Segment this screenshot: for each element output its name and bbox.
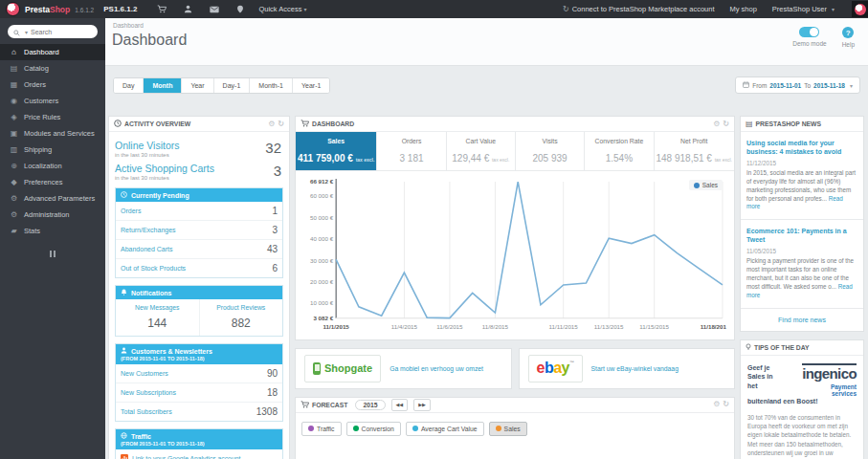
metric-subtitle: in the last 30 minutes [115, 152, 283, 158]
demo-mode-toggle[interactable] [799, 27, 819, 37]
shopgate-banner-link[interactable]: Ga mobiel en verhoog uw omzet [389, 365, 483, 372]
series-label: Sales [504, 426, 521, 432]
refresh-icon[interactable]: ↻ [723, 120, 729, 128]
sidebar-item-catalog[interactable]: ▤Catalog [0, 60, 105, 76]
sidebar-item-shipping[interactable]: ▥Shipping [0, 142, 105, 158]
sidebar-item-preferences[interactable]: ◆Preferences [0, 174, 105, 190]
period-button-day[interactable]: Day [114, 78, 144, 93]
read-more-link[interactable]: Read more [746, 283, 853, 298]
kpi-tab-visits[interactable]: Visits205 939 [516, 132, 585, 170]
demo-mode-control: Demo mode [792, 27, 826, 48]
cart-icon[interactable] [157, 5, 167, 13]
quick-access-menu[interactable]: Quick Access▾ [258, 5, 306, 13]
notification-label: New Messages [118, 304, 197, 311]
tips-text: 30 tot 70% van de consumenten in Europa … [747, 413, 857, 459]
period-button-year-1[interactable]: Year-1 [293, 78, 329, 93]
pending-row-abandoned-carts[interactable]: Abandoned Carts43 [116, 239, 282, 258]
metric-label[interactable]: Online Visitors [115, 140, 283, 151]
period-button-month[interactable]: Month [144, 78, 182, 93]
prestashop-logo-icon [6, 2, 20, 16]
svg-text:11/13/2015: 11/13/2015 [594, 323, 624, 330]
customers-newsletters-section: Customers & Newsletters (FROM 2015-11-01… [115, 343, 283, 422]
sidebar-item-administration[interactable]: ⚙Administration [0, 207, 105, 223]
marketplace-link[interactable]: ↻Connect to PrestaShop Marketplace accou… [563, 5, 715, 13]
gear-icon[interactable]: ⚙ [713, 401, 720, 408]
gear-icon[interactable]: ⚙ [268, 120, 275, 128]
activity-panel-title: ACTIVITY OVERVIEW [124, 120, 190, 127]
customers-subtitle: (FROM 2015-11-01 TO 2015-11-18) [121, 356, 278, 361]
my-shop-link[interactable]: My shop [730, 5, 757, 13]
pending-row-orders[interactable]: Orders1 [116, 202, 282, 220]
collapse-sidebar-icon[interactable] [0, 251, 105, 257]
pending-row-return-exchanges[interactable]: Return/Exchanges3 [116, 220, 282, 239]
period-button-day-1[interactable]: Day-1 [214, 78, 251, 93]
ebay-banner[interactable]: ebay™ Start uw eBay-winkel vandaag [519, 348, 736, 389]
series-toggle-conversion[interactable]: Conversion [346, 422, 401, 436]
sidebar-item-orders[interactable]: ▦Orders [0, 76, 105, 93]
brand-shop: Shop [50, 5, 70, 14]
topbar-right: ↻Connect to PrestaShop Marketplace accou… [563, 1, 868, 17]
dashboard-column: DASHBOARD ⚙ ↻ Sales411 759,00 € tax excl… [295, 116, 735, 459]
kpi-tab-cart-value[interactable]: Cart Value129,44 € tax excl. [447, 132, 516, 170]
customers-row-new-customers[interactable]: New Customers90 [116, 364, 282, 382]
kpi-tab-net-profit[interactable]: Net Profit148 918,51 € tax excl. [655, 132, 735, 170]
previous-year-button[interactable]: ◀◀ [391, 399, 409, 411]
notification-product-reviews[interactable]: Product Reviews882 [199, 299, 283, 336]
ebay-letter: y [562, 360, 569, 376]
row-label: New Subscriptions [121, 389, 176, 396]
series-toggle-traffic[interactable]: Traffic [301, 422, 342, 436]
google-analytics-link[interactable]: Link to your Google Analytics account [116, 449, 282, 459]
sidebar-item-advanced-parameters[interactable]: ⚙Advanced Parameters [0, 190, 105, 207]
customers-notification-icon[interactable] [184, 5, 192, 13]
series-toggle-average-cart-value[interactable]: Average Cart Value [406, 422, 484, 436]
sidebar-item-stats[interactable]: ▰Stats [0, 223, 105, 239]
date-from-label: From [752, 82, 767, 89]
pin-icon[interactable] [236, 5, 244, 13]
sidebar-item-price-rules[interactable]: ◈Price Rules [0, 109, 105, 125]
period-button-month-1[interactable]: Month-1 [250, 78, 293, 93]
sidebar-item-label: Dashboard [24, 48, 59, 56]
sidebar-item-modules-and-services[interactable]: ▣Modules and Services [0, 125, 105, 142]
period-button-year[interactable]: Year [182, 78, 213, 93]
google-analytics-link-label: Link to your Google Analytics account [132, 455, 240, 459]
customers-title: Customers & Newsletters [131, 348, 212, 355]
find-more-news-link[interactable]: Find more news [741, 309, 863, 331]
shopgate-banner[interactable]: Shopgate Ga mobiel en verhoog uw omzet [295, 348, 512, 389]
help-button[interactable]: ? [842, 27, 854, 38]
sidebar-item-dashboard[interactable]: ⌂Dashboard [0, 44, 105, 60]
metric-label[interactable]: Active Shopping Carts [115, 163, 283, 174]
refresh-icon[interactable]: ↻ [278, 120, 284, 128]
shipping-icon: ▥ [10, 145, 18, 154]
notification-columns: New Messages144Product Reviews882 [116, 299, 282, 336]
customers-row-total-subscribers[interactable]: Total Subscribers1308 [116, 402, 282, 421]
forecast-year-selector[interactable]: 2015 [355, 400, 385, 410]
search-input[interactable] [31, 29, 92, 35]
messages-icon[interactable] [210, 6, 219, 13]
article-title[interactable]: Ecommerce 101: Payments in a Tweet [746, 227, 857, 244]
breadcrumb: Dashboard [113, 22, 144, 29]
filter-bar: DayMonthYearDay-1Month-1Year-1 From 2015… [113, 75, 860, 96]
user-menu[interactable]: PrestaShop User▾ [772, 5, 835, 13]
sidebar-item-localization[interactable]: ⊕Localization [0, 158, 105, 174]
refresh-icon[interactable]: ↻ [723, 401, 729, 408]
partner-banners: Shopgate Ga mobiel en verhoog uw omzet e… [295, 348, 735, 389]
traffic-section: Traffic (FROM 2015-11-01 TO 2015-11-18) … [115, 428, 283, 459]
sidebar-item-customers[interactable]: ◉Customers [0, 93, 105, 109]
row-label: Out of Stock Products [121, 265, 186, 272]
gear-icon[interactable]: ⚙ [713, 120, 720, 128]
series-toggle-sales[interactable]: Sales [489, 422, 527, 436]
news-article: Ecommerce 101: Payments in a Tweet11/05/… [741, 220, 863, 308]
kpi-tab-sales[interactable]: Sales411 759,00 € tax excl. [296, 132, 377, 170]
date-range-picker[interactable]: From 2015-11-01 To 2015-11-18 ▾ [735, 76, 860, 94]
pending-row-out-of-stock-products[interactable]: Out of Stock Products6 [116, 258, 282, 277]
ebay-banner-link[interactable]: Start uw eBay-winkel vandaag [591, 365, 679, 372]
search-scope-caret-icon[interactable]: ▾ [25, 29, 28, 35]
kpi-tab-conversion-rate[interactable]: Conversion Rate1.54% [585, 132, 654, 170]
article-title[interactable]: Using social media for your business: 4 … [746, 139, 857, 156]
customers-row-new-subscriptions[interactable]: New Subscriptions18 [116, 382, 282, 402]
avatar[interactable] [852, 1, 868, 17]
read-more-link[interactable]: Read more [746, 195, 843, 210]
kpi-tab-orders[interactable]: Orders3 181 [377, 132, 446, 170]
next-year-button[interactable]: ▶▶ [413, 399, 431, 411]
notification-new-messages[interactable]: New Messages144 [116, 299, 199, 336]
